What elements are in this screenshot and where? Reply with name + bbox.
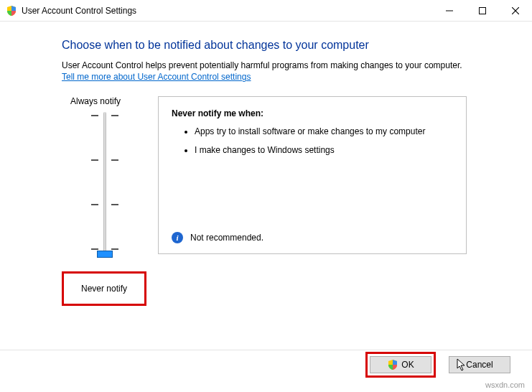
page-heading: Choose when to be notified about changes… <box>62 39 510 52</box>
slider-thumb[interactable] <box>97 251 113 258</box>
footer-divider <box>0 350 532 350</box>
notify-title: Never notify me when: <box>172 108 453 118</box>
slider-bottom-label: Never notify <box>62 271 146 306</box>
page-description: User Account Control helps prevent poten… <box>62 60 510 70</box>
maximize-button[interactable] <box>466 0 499 22</box>
notification-panel: Never notify me when: Apps try to instal… <box>158 96 467 254</box>
uac-slider[interactable] <box>83 111 126 261</box>
help-link[interactable]: Tell me more about User Account Control … <box>62 72 251 82</box>
info-icon: i <box>172 232 183 243</box>
window-title: User Account Control Settings <box>22 6 136 16</box>
ok-button[interactable]: OK <box>370 356 431 373</box>
notify-item: I make changes to Windows settings <box>195 144 453 156</box>
shield-icon <box>6 5 17 17</box>
watermark: wsxdn.com <box>485 381 525 389</box>
shield-icon <box>387 359 398 370</box>
slider-top-label: Always notify <box>62 96 146 106</box>
svg-rect-1 <box>480 7 486 14</box>
notify-item: Apps try to install software or make cha… <box>195 126 453 137</box>
titlebar: User Account Control Settings <box>0 0 532 22</box>
cancel-button[interactable]: Cancel <box>449 356 510 373</box>
notify-footer: Not recommended. <box>190 233 263 243</box>
close-button[interactable] <box>499 0 532 22</box>
minimize-button[interactable] <box>433 0 466 22</box>
